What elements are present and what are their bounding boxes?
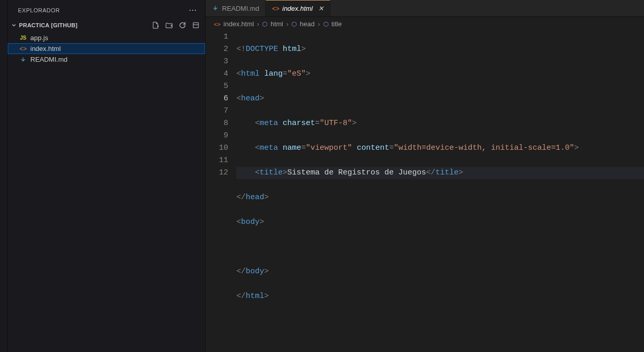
element-icon: ⬡ (262, 21, 267, 28)
code-editor[interactable]: 12345 6789 101112 <!DOCTYPE html> <html … (206, 31, 644, 352)
tag: html (246, 292, 264, 301)
punct: = (389, 144, 394, 152)
indent (236, 168, 255, 177)
punct: > (283, 168, 287, 177)
indent (236, 242, 255, 251)
punct: </ (236, 292, 246, 301)
text-content: Sistema de Registros de Juegos (287, 168, 426, 177)
js-icon: JS (19, 35, 27, 41)
collapse-icon[interactable] (192, 21, 200, 29)
close-icon[interactable]: ✕ (318, 5, 324, 12)
attr: html (283, 45, 301, 54)
tag: body (241, 218, 260, 226)
attr: charset (283, 119, 315, 128)
more-icon[interactable]: ⋯ (189, 5, 197, 15)
punct: > (458, 168, 463, 177)
punct: = (301, 144, 306, 152)
punct: < (255, 119, 260, 128)
punct: < (236, 218, 241, 226)
punct: > (306, 69, 310, 78)
punct: > (264, 292, 269, 301)
new-folder-icon[interactable] (165, 21, 173, 29)
file-label: app.js (30, 34, 48, 42)
indent (236, 119, 255, 128)
tag: head (246, 193, 264, 202)
folder-section-header[interactable]: PRACTICA [GITHUB] (8, 19, 205, 31)
tab-label: READMI.md (222, 5, 259, 12)
breadcrumb-item[interactable]: head (300, 20, 315, 28)
punct: > (352, 119, 357, 128)
indent (236, 144, 255, 152)
folder-actions (152, 21, 200, 29)
explorer-sidebar: EXPLORADOR ⋯ PRACTICA [GITHUB] J (8, 0, 206, 352)
chevron-right-icon: › (257, 20, 259, 28)
tab-readmi[interactable]: READMI.md (206, 0, 266, 16)
punct: < (236, 69, 241, 78)
tag: body (246, 267, 264, 276)
element-icon: ⬡ (323, 21, 328, 28)
file-item-index-html[interactable]: <> index.html (8, 43, 205, 54)
keyword: DOCTYPE (246, 45, 278, 54)
punct: > (260, 218, 264, 226)
tag: title (260, 168, 283, 177)
string: "eS" (287, 69, 306, 78)
new-file-icon[interactable] (152, 21, 160, 29)
punct: </ (426, 168, 435, 177)
element-icon: ⬡ (291, 21, 297, 28)
punct (278, 119, 283, 128)
punct: > (574, 144, 579, 152)
editor-tabs: READMI.md <> index.html ✕ (206, 0, 644, 17)
string: "UTF-8" (320, 119, 352, 128)
file-label: index.html (30, 45, 61, 52)
tag: meta (260, 144, 278, 152)
code-content[interactable]: <!DOCTYPE html> <html lang="eS"> <head> … (236, 31, 644, 352)
punct: > (264, 267, 269, 276)
punct: < (255, 144, 260, 152)
attr: name (283, 144, 301, 152)
file-label: READMI.md (30, 56, 67, 63)
punct: > (260, 94, 264, 103)
punct: = (315, 119, 320, 128)
punct (260, 69, 264, 78)
html-icon: <> (214, 21, 220, 27)
punct (278, 45, 283, 54)
breadcrumbs[interactable]: <> index.html › ⬡ html › ⬡ head › ⬡ titl… (206, 17, 644, 31)
file-item-app-js[interactable]: JS app.js (8, 32, 205, 43)
html-icon: <> (272, 5, 279, 12)
activity-bar (0, 0, 8, 352)
tab-index-html[interactable]: <> index.html ✕ (266, 0, 330, 16)
folder-name: PRACTICA [GITHUB] (19, 22, 78, 28)
editor-area: READMI.md <> index.html ✕ <> index.html … (206, 0, 644, 352)
punct: </ (236, 193, 246, 202)
punct (278, 144, 283, 152)
tag: head (241, 94, 260, 103)
tab-label: index.html (282, 5, 312, 12)
punct: = (283, 69, 287, 78)
chevron-right-icon: › (286, 20, 288, 28)
punct: </ (236, 267, 246, 276)
file-item-readmi-md[interactable]: READMI.md (8, 54, 205, 65)
file-tree: JS app.js <> index.html READMI.md (8, 31, 205, 65)
punct: > (264, 193, 269, 202)
chevron-down-icon (11, 22, 17, 28)
sidebar-header: EXPLORADOR ⋯ (8, 0, 205, 19)
breadcrumb-item[interactable]: html (270, 20, 283, 28)
breadcrumb-item[interactable]: index.html (224, 20, 254, 28)
string: "viewport" (306, 144, 352, 152)
punct: < (236, 94, 241, 103)
tag: title (435, 168, 458, 177)
sidebar-title: EXPLORADOR (18, 7, 60, 13)
punct (352, 144, 357, 152)
tag: html (241, 69, 260, 78)
breadcrumb-item[interactable]: title (332, 20, 342, 28)
markdown-icon (212, 5, 219, 12)
refresh-icon[interactable] (178, 21, 187, 29)
punct: > (301, 45, 306, 54)
html-icon: <> (19, 45, 27, 52)
punct: < (255, 168, 260, 177)
string: "width=device-width, initial-scale=1.0" (394, 144, 574, 152)
punct: <! (236, 45, 246, 54)
chevron-right-icon: › (318, 20, 320, 28)
attr: lang (264, 69, 283, 78)
attr: content (357, 144, 389, 152)
